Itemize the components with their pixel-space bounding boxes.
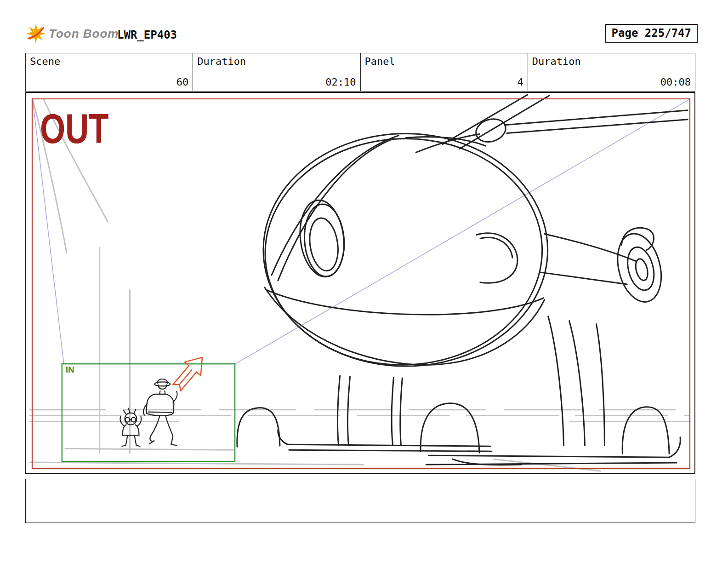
- scene-label: Scene: [30, 56, 188, 67]
- toonboom-starburst-icon: [25, 23, 46, 44]
- camera-frame-in: [62, 364, 235, 461]
- project-title: LWR_EP403: [117, 29, 177, 41]
- storyboard-page: Toon Boom LWR_EP403 Page 225/747 Scene 6…: [0, 0, 728, 563]
- panel-duration-value: 00:08: [532, 76, 691, 88]
- caption-box: [25, 479, 695, 523]
- panel-duration-label: Duration: [532, 56, 691, 67]
- scene-value: 60: [30, 76, 188, 88]
- toonboom-logo-text: Toon Boom: [49, 27, 119, 41]
- panel-value: 4: [365, 76, 523, 88]
- in-frame-label: IN: [66, 365, 74, 374]
- page-number-box: Page 225/747: [605, 24, 698, 43]
- info-bar: Scene 60 Duration 02:10 Panel 4 Duration…: [25, 53, 695, 92]
- storyboard-panel: IN OUT: [25, 92, 695, 474]
- info-cell-scene-duration: Duration 02:10: [193, 53, 360, 91]
- scene-duration-label: Duration: [197, 56, 356, 67]
- page-number: Page 225/747: [612, 27, 691, 40]
- toonboom-logo: Toon Boom: [25, 23, 119, 44]
- page-header: Toon Boom LWR_EP403 Page 225/747: [25, 23, 698, 48]
- info-cell-scene: Scene 60: [26, 53, 193, 91]
- camera-motion-arrow-icon: [169, 350, 210, 394]
- info-cell-panel: Panel 4: [360, 53, 528, 91]
- storyboard-canvas: IN OUT: [26, 93, 694, 473]
- out-frame-label: OUT: [40, 105, 109, 152]
- scene-duration-value: 02:10: [197, 76, 356, 88]
- panel-label: Panel: [365, 56, 523, 67]
- info-cell-panel-duration: Duration 00:08: [528, 53, 695, 91]
- running-characters-sketch: [120, 379, 177, 446]
